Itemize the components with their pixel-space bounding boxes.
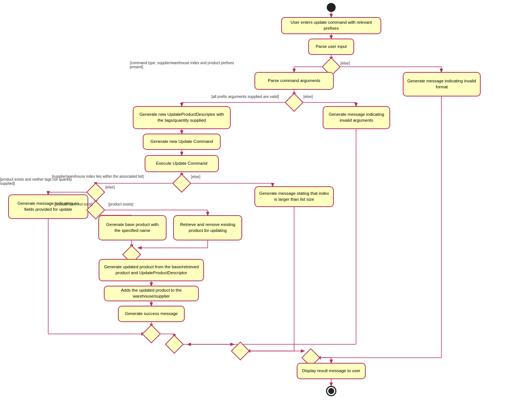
guard-product-not-exist: [product does not exist] <box>54 202 92 206</box>
guard-else-4: [else] <box>105 185 115 189</box>
generate-updated-node: Generate updated product from the base/r… <box>99 259 204 281</box>
invalid-format-node: Generate message indicating invalid form… <box>403 72 481 96</box>
parse-cmd-args-node: Parse command arguments <box>254 72 334 90</box>
guard-else-3: [else] <box>191 174 200 179</box>
no-fields-node: Generate message indicating no fields pr… <box>8 194 88 219</box>
guard-else-1: [else] <box>340 61 350 65</box>
generate-update-cmd-node: Generate new Update Command <box>143 134 221 150</box>
end-node <box>326 386 336 396</box>
parse-user-input-node: Parse user input <box>308 39 354 55</box>
guard-product-exists-tags: [product exists and neither tags nor qua… <box>0 177 74 186</box>
invalid-args-node: Generate message indicating invalid argu… <box>323 106 390 129</box>
end-inner-circle <box>328 388 334 394</box>
start-node <box>327 3 336 12</box>
generate-descriptor-node: Generate new UpdateProductDescriptor wit… <box>133 106 231 129</box>
adds-updated-node: Adds the updated product to the warehous… <box>104 286 199 301</box>
guard-cmd-present: [command type, supplier/warehouse index … <box>130 61 241 69</box>
diagram-container: User enters update command with relevant… <box>0 0 507 420</box>
generate-base-node: Generate base product with the specified… <box>98 215 167 240</box>
generate-success-node: Generate success message <box>118 306 185 322</box>
index-larger-node: Generate message stating that index is l… <box>254 186 334 207</box>
guard-all-valid: [all prefix arguments supplied are valid… <box>211 94 279 99</box>
guard-product-exists: [product exists] <box>108 202 133 206</box>
retrieve-remove-node: Retrieve and remove existing product for… <box>173 215 242 240</box>
display-result-node: Display result message to user <box>297 363 366 379</box>
user-enters-node: User enters update command with relevant… <box>281 17 381 34</box>
execute-update-cmd-node: Execute Update Command <box>145 155 219 172</box>
guard-else-2: [else] <box>303 94 313 99</box>
